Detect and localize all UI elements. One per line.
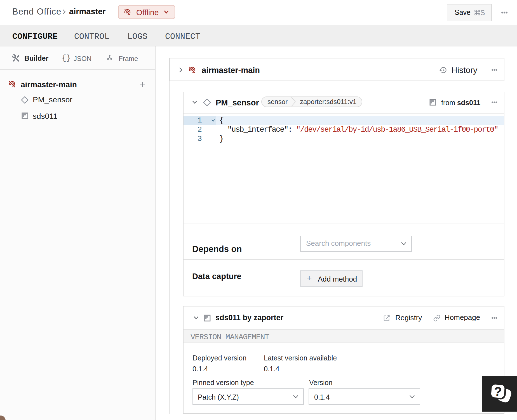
svg-text:?: ? bbox=[494, 384, 502, 399]
